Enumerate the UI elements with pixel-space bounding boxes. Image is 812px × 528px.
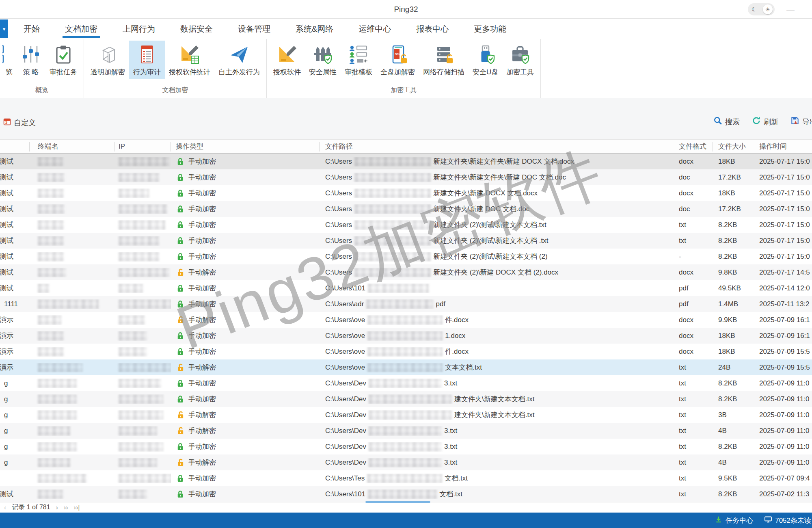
table-row[interactable]: 测试手动加密C:\Users新建文件夹\新建 DOCX 文档.docxdocx1… (0, 185, 812, 201)
fast-forward-icon[interactable]: ›› (64, 504, 68, 511)
redacted-terminal-name (38, 489, 63, 499)
table-row[interactable]: 演示手动加密C:\Users\ove1.docxdocx18KB2025-07-… (0, 328, 812, 344)
column-header-format[interactable]: 文件格式 (673, 142, 713, 151)
group-cell: 演示 (0, 347, 13, 356)
table-row[interactable]: g手动解密C:\Users\Dev建文件夹\新建文本文档.txttxt3B202… (0, 407, 812, 423)
tab-web-behavior[interactable]: 上网行为 (119, 19, 159, 39)
column-header-terminal[interactable]: 终端名 (30, 142, 115, 151)
operation-time: 2025-07-17 15:0 (755, 237, 812, 245)
task-center-button[interactable]: 任务中心 (715, 516, 753, 525)
redacted-terminal-name (38, 188, 64, 198)
ribbon-item-secure-usb[interactable]: 安全U盘 (469, 41, 502, 79)
path-suffix: 新建文件夹 (2)\新建 DOCX 文档 (2).docx (433, 268, 558, 277)
tab-ops-center[interactable]: 运维中心 (354, 19, 395, 39)
redacted-path-segment (367, 363, 443, 372)
tab-home[interactable]: 开始 (19, 19, 44, 39)
column-header-filesize[interactable]: 文件大小 (713, 142, 755, 151)
table-row[interactable]: 测试手动加密C:\Users新建文件夹\新建文件夹\新建 DOCX 文档.doc… (0, 154, 812, 169)
ribbon-item-behavior-audit[interactable]: 行为审计 (129, 41, 165, 79)
ribbon-item-transparent-encrypt[interactable]: 透明加解密 (86, 41, 129, 79)
column-header-group[interactable] (0, 142, 30, 151)
unread-messages[interactable]: 7052条未读 (764, 516, 811, 525)
ribbon-item-full-disk-encrypt[interactable]: SSD全盘加解密 (376, 41, 419, 79)
app-menu-button[interactable]: ▾ (0, 19, 8, 38)
column-header-filepath[interactable]: 文件路径 (320, 142, 673, 151)
path-suffix: 3.txt (444, 443, 457, 451)
redacted-ip (119, 489, 147, 499)
table-row[interactable]: 测试手动加密C:\Users新建文件夹\新建 DOC 文档.docdoc17.2… (0, 201, 812, 217)
file-size: 18KB (713, 332, 755, 340)
ribbon-item-security-attrs[interactable]: 安全属性 (305, 41, 341, 79)
custom-date-button[interactable]: 3 自定义 (3, 118, 36, 128)
people-list-icon (348, 44, 369, 65)
ribbon-group-label: 加密工具 (269, 84, 538, 98)
table-row[interactable]: 手动加密C:\Users\Tes文档.txttxt9.5KB2025-07-07… (0, 470, 812, 486)
ribbon-item-licensed-software[interactable]: 授权软件 (269, 41, 305, 79)
path-suffix: 新建文件夹\新建 DOCX 文档.docx (433, 188, 538, 198)
table-row[interactable]: 测试手动加密C:\Users新建文件夹 (2)\测试\新建文本文档 (2)-8.… (0, 249, 812, 264)
operation-time: 2025-07-09 11:0 (755, 411, 812, 419)
table-row[interactable]: g手动加密C:\Users\Dev3.txttxt8.2KB2025-07-09… (0, 439, 812, 454)
operation-time: 2025-07-17 15:0 (755, 205, 812, 213)
redacted-ip (119, 220, 165, 230)
table-row[interactable]: 演示手动解密C:\Users\ove件.docxdocx9.9KB2025-07… (0, 312, 812, 328)
lock-closed-icon (176, 236, 185, 245)
column-header-ip[interactable]: IP (115, 142, 171, 151)
ribbon-item-policy[interactable]: 策 略 (16, 41, 45, 79)
table-row[interactable]: 测试手动解密C:\Users新建文件夹 (2)\新建 DOCX 文档 (2).d… (0, 264, 812, 280)
ribbon-item-licensed-software-stats[interactable]: 授权软件统计 (165, 41, 214, 79)
tab-more-features[interactable]: 更多功能 (470, 19, 510, 39)
ribbon-item-approval-tasks[interactable]: 审批任务 (45, 41, 81, 79)
table-row[interactable]: g手动加密C:\Users\Dev建文件夹\新建文本文档.txttxt8.2KB… (0, 391, 812, 407)
redacted-path-segment (354, 173, 431, 182)
column-header-operation[interactable]: 操作类型 (171, 142, 320, 151)
paper-plane-icon (229, 44, 250, 65)
column-header-optime[interactable]: 操作时间 (755, 142, 812, 151)
next-page-icon[interactable]: › (56, 504, 58, 511)
ribbon-item-overview[interactable]: 览 (2, 41, 16, 79)
table-row[interactable]: 演示手动解密C:\Users\ove文本文档.txttxt24B2025-07-… (0, 359, 812, 375)
tab-system-network[interactable]: 系统&网络 (292, 19, 337, 39)
tab-report-center[interactable]: 报表中心 (412, 19, 453, 39)
table-row[interactable]: g手动加密C:\Users\Dev3.txttxt8.2KB2025-07-09… (0, 375, 812, 391)
lock-closed-icon (176, 205, 185, 214)
ribbon-toolbar: 览策 略审批任务概览透明加解密行为审计授权软件统计自主外发行为文档加密授权软件安… (0, 39, 812, 98)
path-prefix: C:\Users\101 (325, 490, 365, 498)
redacted-path-segment (354, 157, 431, 167)
table-row[interactable]: 测试手动加密C:\Users新建文件夹 (2)\测试\新建文本文档.txttxt… (0, 217, 812, 233)
table-row[interactable]: 测试手动加密C:\Users\101文档.txttxt8.2KB2025-07-… (0, 486, 812, 502)
group-cell: 测试 (0, 252, 13, 261)
path-prefix: C:\Users\Dev (325, 427, 366, 435)
group-cell: 测试 (0, 489, 13, 499)
redacted-ip (119, 379, 161, 388)
tab-doc-encrypt[interactable]: 文档加密 (61, 19, 102, 39)
refresh-button[interactable]: 刷新 (752, 116, 778, 127)
tab-data-security[interactable]: 数据安全 (176, 19, 217, 39)
table-row[interactable]: 测试手动加密C:\Users新建文件夹\新建文件夹\新建 DOC 文档.docd… (0, 169, 812, 185)
table-row[interactable]: g手动解密C:\Users\Dev3.txttxt4B2025-07-09 11… (0, 454, 812, 470)
ribbon-item-approval-templates[interactable]: 审批模板 (341, 41, 376, 79)
prev-page-icon[interactable]: ‹ (4, 504, 6, 511)
redacted-path-segment (367, 474, 442, 483)
table-row[interactable]: g手动解密C:\Users\Dev3.txttxt4B2025-07-09 11… (0, 423, 812, 439)
ribbon-item-encrypt-tools[interactable]: 加密工具 (502, 41, 538, 79)
last-page-icon[interactable]: ››| (74, 504, 80, 511)
briefcase-shield-icon (510, 44, 531, 65)
ribbon-item-network-storage-scan[interactable]: 网络存储扫描 (419, 41, 469, 79)
redacted-path-segment (367, 347, 443, 357)
theme-toggle[interactable]: ☾ ☀ (748, 3, 775, 15)
table-row[interactable]: 1111手动加密C:\Users\adrpdfpdf1.4MB2025-07-1… (0, 296, 812, 312)
redacted-ip (119, 331, 147, 341)
table-row[interactable]: 测试手动加密C:\Users新建文件夹 (2)\测试\新建文本文档 .txttx… (0, 233, 812, 249)
horizontal-scrollbar[interactable] (365, 501, 430, 503)
tab-device-mgmt[interactable]: 设备管理 (234, 19, 274, 39)
redacted-ip (119, 157, 169, 167)
minimize-button[interactable]: — (784, 3, 797, 15)
table-row[interactable]: 测试手动加密C:\Users\101pdf49.5KB2025-07-14 12… (0, 280, 812, 296)
export-button[interactable]: 导出 (790, 116, 812, 127)
operation-time: 2025-07-07 09:4 (755, 474, 812, 483)
table-row[interactable]: 演示手动加密C:\Users\ove件.docxdocx18KB2025-07-… (0, 344, 812, 359)
file-format: txt (673, 237, 713, 245)
search-button[interactable]: 搜索 (713, 116, 740, 127)
ribbon-item-self-outgoing[interactable]: 自主外发行为 (214, 41, 264, 79)
